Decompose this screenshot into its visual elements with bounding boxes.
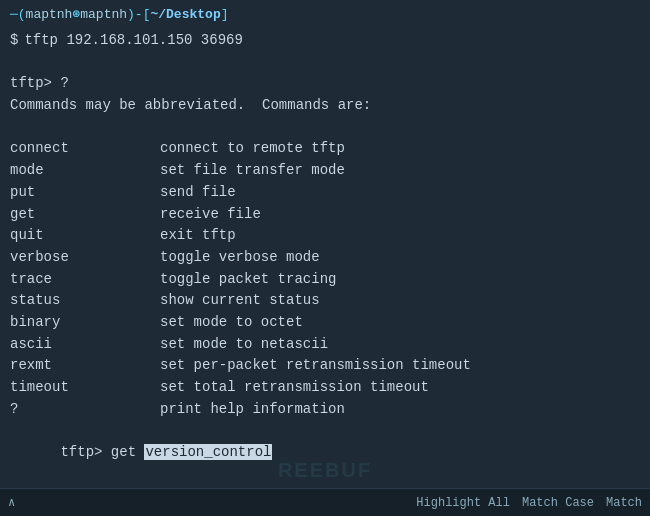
empty-line-2 — [10, 117, 640, 139]
highlight-all-label: Highlight All — [416, 496, 510, 510]
get-command-line: tftp> get version_control — [10, 420, 640, 485]
command-row-status: statusshow current status — [10, 290, 640, 312]
command-row-rexmt: rexmtset per-packet retransmission timeo… — [10, 355, 640, 377]
initial-command-line: $ tftp 192.168.101.150 36969 — [10, 30, 640, 52]
command-desc: set mode to octet — [160, 312, 303, 334]
command-row-timeout: timeoutset total retransmission timeout — [10, 377, 640, 399]
title-bar-text: ─(maptnh⊛maptnh)-[~/Desktop] — [10, 6, 229, 22]
match-button[interactable]: Match — [606, 496, 642, 510]
command-name: quit — [10, 225, 160, 247]
command-row-get: getreceive file — [10, 204, 640, 226]
initial-command: tftp 192.168.101.150 36969 — [24, 30, 242, 52]
command-desc: set total retransmission timeout — [160, 377, 429, 399]
command-name: timeout — [10, 377, 160, 399]
command-name: connect — [10, 138, 160, 160]
match-label: Match — [606, 496, 642, 510]
command-name: ? — [10, 399, 160, 421]
empty-line-1 — [10, 52, 640, 74]
command-desc: connect to remote tftp — [160, 138, 345, 160]
command-row-quit: quitexit tftp — [10, 225, 640, 247]
command-name: binary — [10, 312, 160, 334]
up-arrow-icon[interactable]: ∧ — [8, 495, 15, 510]
command-row-binary: binaryset mode to octet — [10, 312, 640, 334]
command-name: mode — [10, 160, 160, 182]
command-name: trace — [10, 269, 160, 291]
command-desc: show current status — [160, 290, 320, 312]
command-desc: exit tftp — [160, 225, 236, 247]
match-case-button[interactable]: Match Case — [522, 496, 594, 510]
command-row-verbose: verbosetoggle verbose mode — [10, 247, 640, 269]
command-row-put: putsend file — [10, 182, 640, 204]
shell-prompt: $ — [10, 30, 18, 52]
command-name: status — [10, 290, 160, 312]
get-argument: version_control — [144, 444, 272, 460]
command-name: verbose — [10, 247, 160, 269]
command-table: connectconnect to remote tftpmodeset fil… — [10, 138, 640, 420]
match-case-label: Match Case — [522, 496, 594, 510]
command-desc: set mode to netascii — [160, 334, 328, 356]
command-desc: toggle packet tracing — [160, 269, 336, 291]
command-desc: send file — [160, 182, 236, 204]
command-name: rexmt — [10, 355, 160, 377]
command-name: put — [10, 182, 160, 204]
help-header: Commands may be abbreviated. Commands ar… — [10, 95, 640, 117]
command-row-connect: connectconnect to remote tftp — [10, 138, 640, 160]
command-row-?: ?print help information — [10, 399, 640, 421]
command-row-ascii: asciiset mode to netascii — [10, 334, 640, 356]
title-bar: ─(maptnh⊛maptnh)-[~/Desktop] — [0, 0, 650, 26]
terminal-body[interactable]: $ tftp 192.168.101.150 36969 tftp> ? Com… — [0, 26, 650, 488]
bottom-bar: ∧ Highlight All Match Case Match — [0, 488, 650, 516]
get-prompt: tftp> get — [60, 444, 144, 460]
terminal-window: ─(maptnh⊛maptnh)-[~/Desktop] $ tftp 192.… — [0, 0, 650, 516]
command-desc: receive file — [160, 204, 261, 226]
command-row-trace: tracetoggle packet tracing — [10, 269, 640, 291]
highlight-all-button[interactable]: Highlight All — [416, 496, 510, 510]
command-desc: set per-packet retransmission timeout — [160, 355, 471, 377]
command-name: get — [10, 204, 160, 226]
command-row-mode: modeset file transfer mode — [10, 160, 640, 182]
command-desc: toggle verbose mode — [160, 247, 320, 269]
command-name: ascii — [10, 334, 160, 356]
command-desc: print help information — [160, 399, 345, 421]
command-desc: set file transfer mode — [160, 160, 345, 182]
tftp-prompt-question: tftp> ? — [10, 73, 640, 95]
